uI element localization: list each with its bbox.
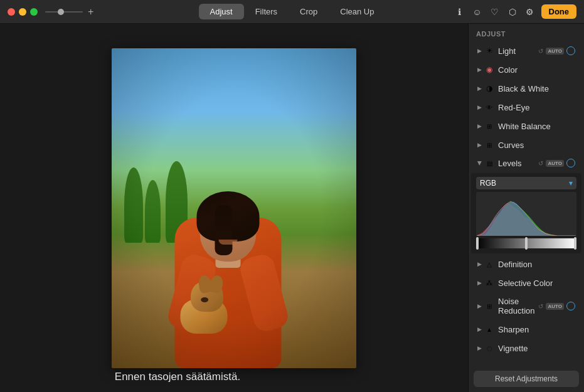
levels-icon: ▤ [484, 158, 494, 168]
sidebar-item-definition[interactable]: ▶ △ Definition [471, 255, 581, 273]
chevron-right-icon: ▶ [477, 66, 482, 73]
tab-adjust[interactable]: Adjust [199, 4, 244, 19]
sidebar-item-color[interactable]: ▶ ◉ Color [471, 61, 581, 78]
reset-adjustments-button[interactable]: Reset Adjustments [474, 371, 579, 387]
photo-canvas[interactable] [112, 48, 356, 368]
chevron-right-icon: ▶ [477, 345, 482, 351]
caption-area: Ennen tasojen säätämistä. [13, 371, 342, 383]
sidebar-item-black-white[interactable]: ▶ ◑ Black & White [471, 80, 581, 97]
light-label: Light [498, 46, 538, 56]
levels-slider[interactable] [476, 238, 576, 248]
vignette-icon: ◌ [484, 343, 494, 353]
tab-crop[interactable]: Crop [289, 4, 329, 19]
heart-icon[interactable]: ♡ [489, 6, 501, 18]
tab-cleanup[interactable]: Clean Up [329, 4, 385, 19]
chevron-right-icon: ▶ [477, 85, 482, 92]
color-icon: ◉ [484, 65, 494, 75]
sidebar-item-noise-reduction[interactable]: ▶ ⊞ Noise Reduction ↺ AUTO [471, 293, 581, 319]
sidebar-item-selective-color[interactable]: ▶ ⁂ Selective Color [471, 274, 581, 292]
toolbar-tabs: Adjust Filters Crop Clean Up [199, 4, 386, 19]
toolbar-right: ℹ ☺ ♡ ⬡ ⚙ Done [454, 4, 577, 19]
slider-thumb [58, 9, 64, 15]
levels-actions: ↺ AUTO [538, 159, 575, 167]
info-icon[interactable]: ℹ [454, 6, 466, 18]
levels-reset-icon: ↺ [538, 160, 543, 167]
definition-label: Definition [498, 260, 575, 269]
right-panel: ADJUST ▶ ☀ Light ↺ AUTO ▶ ◉ Color ▶ ◑ Bl… [468, 24, 584, 392]
levels-auto-badge[interactable]: AUTO [546, 160, 564, 167]
emoji-icon[interactable]: ☺ [471, 6, 484, 18]
light-toggle[interactable] [566, 46, 575, 55]
definition-icon: △ [484, 259, 494, 269]
wb-icon: ⊞ [484, 121, 494, 131]
selective-color-label: Selective Color [498, 278, 575, 288]
reset-icon: ↺ [538, 48, 543, 55]
auto-badge[interactable]: AUTO [546, 48, 564, 55]
sidebar-item-sharpen[interactable]: ▶ ▲ Sharpen [471, 320, 581, 338]
vignette-label: Vignette [498, 344, 575, 353]
levels-toggle[interactable] [566, 159, 575, 167]
chevron-right-icon: ▶ [477, 261, 482, 267]
sharpen-label: Sharpen [498, 325, 575, 334]
redeye-icon: 👁 [484, 102, 494, 112]
light-icon: ☀ [484, 46, 494, 56]
panel-header: ADJUST [469, 24, 584, 41]
curves-icon: ⊞ [484, 140, 494, 150]
noise-auto-badge[interactable]: AUTO [546, 303, 564, 310]
photo-area: Ennen tasojen säätämistä. [0, 24, 468, 392]
levels-white-point[interactable] [574, 237, 576, 250]
selective-color-icon: ⁂ [484, 278, 494, 288]
levels-midpoint[interactable] [525, 237, 528, 250]
chevron-right-icon: ▶ [477, 48, 482, 54]
traffic-lights [0, 8, 38, 16]
levels-black-point[interactable] [476, 237, 479, 250]
slider-track [45, 11, 83, 13]
noise-label: Noise Reduction [498, 297, 538, 315]
main-area: Ennen tasojen säätämistä. ADJUST ▶ ☀ Lig… [0, 24, 584, 392]
noise-reset-icon: ↺ [538, 303, 543, 310]
minimize-button[interactable] [19, 8, 26, 16]
histogram-svg [476, 192, 576, 236]
bw-icon: ◑ [484, 83, 494, 93]
titlebar: + Adjust Filters Crop Clean Up ℹ ☺ ♡ ⬡ ⚙… [0, 0, 584, 24]
chevron-right-icon: ▶ [477, 123, 482, 129]
tab-filters[interactable]: Filters [244, 4, 289, 19]
sidebar-item-light[interactable]: ▶ ☀ Light ↺ AUTO [471, 42, 581, 60]
noise-actions: ↺ AUTO [538, 302, 575, 310]
chevron-down-icon: ▶ [477, 161, 483, 166]
tools-icon[interactable]: ⚙ [524, 6, 536, 18]
chevron-right-icon: ▶ [477, 303, 482, 309]
channel-selector[interactable]: RGB Red Green Blue Luminance [476, 177, 576, 189]
caption-text: Ennen tasojen säätämistä. [115, 371, 240, 383]
levels-label: Levels [498, 159, 538, 168]
share-icon[interactable]: ⬡ [506, 6, 519, 18]
light-actions: ↺ AUTO [538, 46, 575, 55]
color-label: Color [498, 65, 575, 75]
redeye-label: Red-Eye [498, 103, 575, 112]
sidebar-item-levels[interactable]: ▶ ▤ Levels ↺ AUTO [471, 155, 581, 171]
sidebar-item-vignette[interactable]: ▶ ◌ Vignette [471, 339, 581, 357]
channel-dropdown[interactable]: RGB Red Green Blue Luminance [476, 177, 576, 189]
fullscreen-button[interactable] [30, 8, 38, 16]
sidebar-item-white-balance[interactable]: ▶ ⊞ White Balance [471, 117, 581, 135]
curves-label: Curves [498, 140, 575, 150]
sidebar-item-curves[interactable]: ▶ ⊞ Curves [471, 136, 581, 154]
noise-icon: ⊞ [484, 301, 494, 311]
wb-label: White Balance [498, 122, 575, 131]
levels-panel: RGB Red Green Blue Luminance [471, 173, 581, 253]
noise-toggle[interactable] [566, 302, 575, 310]
chevron-right-icon: ▶ [477, 142, 482, 148]
bw-label: Black & White [498, 84, 575, 93]
chevron-right-icon: ▶ [477, 326, 482, 332]
done-button[interactable]: Done [541, 4, 577, 19]
zoom-slider[interactable]: + [45, 6, 93, 18]
chevron-right-icon: ▶ [477, 280, 482, 286]
histogram [476, 192, 576, 236]
sharpen-icon: ▲ [484, 324, 494, 334]
chevron-right-icon: ▶ [477, 104, 482, 110]
sidebar-item-red-eye[interactable]: ▶ 👁 Red-Eye [471, 98, 581, 116]
close-button[interactable] [8, 8, 15, 16]
add-button[interactable]: + [88, 6, 93, 18]
